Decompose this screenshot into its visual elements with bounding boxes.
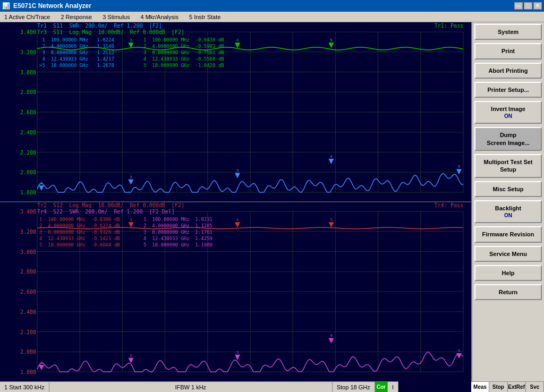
- backlight-button[interactable]: Backlight ON: [474, 200, 542, 223]
- menu-active-ch[interactable]: 1 Active Ch/Trace: [2, 13, 52, 21]
- start-freq: 1 Start 300 kHz: [0, 382, 49, 392]
- system-button[interactable]: System: [474, 24, 542, 40]
- title-bar: 📊 E5071C Network Analyzer — □ ✕: [0, 0, 544, 12]
- maximize-button[interactable]: □: [524, 2, 532, 10]
- close-button[interactable]: ✕: [533, 2, 542, 10]
- main-area: 1 Start 300 kHz IFBW 1 kHz Stop 18 GHz C…: [0, 22, 544, 392]
- firmware-button[interactable]: Firmware Revision: [474, 226, 542, 242]
- menu-response[interactable]: 2 Response: [58, 13, 94, 21]
- cor-badge: Cor: [375, 382, 388, 392]
- window-title: E5071C Network Analyzer: [13, 2, 514, 10]
- tab-svc[interactable]: Svc: [526, 382, 544, 392]
- return-button[interactable]: Return: [474, 284, 542, 300]
- multiport-button[interactable]: Multiport Test Set Setup: [474, 154, 542, 178]
- menu-mkr-analysis[interactable]: 4 Mkr/Analysis: [138, 13, 181, 21]
- menu-bar: 1 Active Ch/Trace 2 Response 3 Stimulus …: [0, 12, 544, 22]
- misc-setup-button[interactable]: Misc Setup: [474, 181, 542, 197]
- sidebar: System Print Abort Printing Printer Setu…: [471, 22, 544, 392]
- tab-extref[interactable]: ExtRef: [508, 382, 526, 392]
- printer-setup-button[interactable]: Printer Setup...: [474, 82, 542, 98]
- minimize-button[interactable]: —: [514, 2, 523, 10]
- stop-freq: Stop 18 GHz: [333, 382, 375, 392]
- invert-image-button[interactable]: Invert Image ON: [474, 101, 542, 124]
- flag-indicator: I: [388, 382, 398, 392]
- status-bar: 1 Start 300 kHz IFBW 1 kHz Stop 18 GHz C…: [0, 381, 398, 392]
- service-menu-button[interactable]: Service Menu: [474, 246, 542, 262]
- menu-instr-state[interactable]: 5 Instr State: [187, 13, 223, 21]
- ifbw: IFBW 1 kHz: [49, 382, 333, 392]
- abort-printing-button[interactable]: Abort Printing: [474, 63, 542, 79]
- help-button[interactable]: Help: [474, 265, 542, 281]
- window-controls: — □ ✕: [514, 2, 542, 10]
- tab-stop[interactable]: Stop: [489, 382, 507, 392]
- bottom-tabs: Meas Stop ExtRef Svc: [471, 381, 544, 392]
- tab-meas[interactable]: Meas: [471, 382, 489, 392]
- menu-stimulus[interactable]: 3 Stimulus: [100, 13, 132, 21]
- print-button[interactable]: Print: [474, 43, 542, 59]
- app-icon: 📊: [2, 2, 10, 10]
- dump-screen-button[interactable]: Dump Screen Image...: [474, 127, 542, 151]
- chart-area: 1 Start 300 kHz IFBW 1 kHz Stop 18 GHz C…: [0, 22, 471, 392]
